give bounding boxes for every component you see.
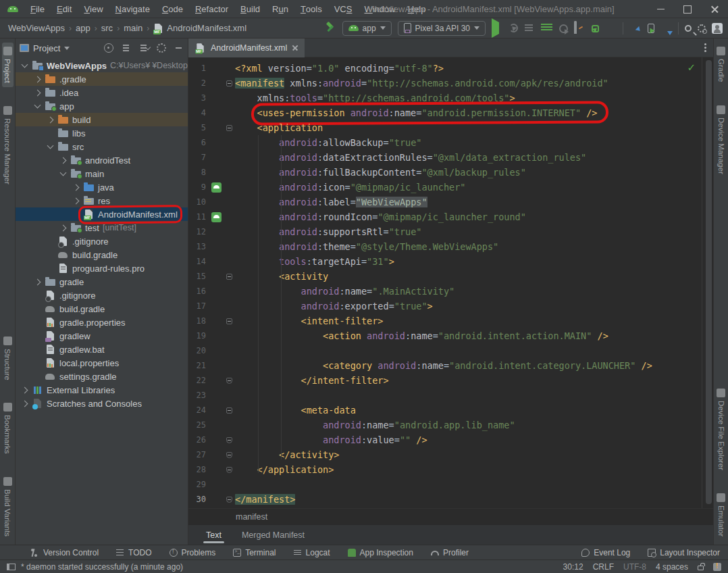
- chevron-closed-icon[interactable]: [34, 278, 41, 285]
- project-view-selector[interactable]: Project: [20, 43, 70, 53]
- breadcrumb-item[interactable]: src: [101, 23, 113, 33]
- code-line-22[interactable]: 22 </intent-filter>: [188, 373, 713, 388]
- chevron-open-icon[interactable]: [22, 61, 28, 68]
- stripe-item-emulator[interactable]: Emulator: [715, 489, 727, 541]
- fold-close[interactable]: [226, 452, 232, 458]
- code-line-6[interactable]: 6 android:allowBackup="true": [188, 135, 713, 150]
- toolwindow-layout-inspector[interactable]: Layout Inspector: [648, 548, 720, 557]
- code-line-29[interactable]: 29: [188, 477, 713, 492]
- code-editor[interactable]: 1<?xml version="1.0" encoding="utf-8"?>2…: [188, 57, 713, 508]
- chevron-closed-icon[interactable]: [60, 224, 67, 231]
- fold-open[interactable]: [226, 80, 232, 86]
- code-line-17[interactable]: 17 android:exported="true">: [188, 299, 713, 314]
- profile-avatar[interactable]: [712, 23, 723, 34]
- stripe-item-build-variants[interactable]: Build Variants: [2, 473, 14, 541]
- layout-toggle-icon[interactable]: [7, 564, 16, 570]
- indent-indicator[interactable]: 4 spaces: [656, 562, 688, 572]
- gutter-android-icon[interactable]: [209, 180, 224, 195]
- maximize-button[interactable]: [674, 0, 701, 18]
- panel-settings-icon[interactable]: [157, 43, 166, 53]
- debug-button[interactable]: [542, 22, 553, 34]
- code-line-28[interactable]: 28 </application>: [188, 462, 713, 477]
- tree-row-libs[interactable]: libs: [16, 126, 188, 140]
- build-hammer-button[interactable]: [325, 22, 336, 34]
- chevron-closed-icon[interactable]: [34, 89, 41, 96]
- tree-row-local-properties[interactable]: local.properties: [16, 356, 188, 370]
- code-line-14[interactable]: 14 tools:targetApi="31">: [188, 254, 713, 269]
- inspections-ok-icon[interactable]: ✓: [687, 61, 696, 74]
- code-line-27[interactable]: 27 </activity>: [188, 447, 713, 462]
- tree-row--gitignore[interactable]: .gitignore: [16, 234, 188, 248]
- fold-marker-icon[interactable]: [224, 120, 235, 135]
- tree-row-src[interactable]: src: [16, 140, 188, 153]
- run-config-select[interactable]: app: [342, 21, 392, 36]
- tree-row-webviewapps[interactable]: WebViewAppsC:¥Users¥¥Desktop¥: [16, 59, 188, 72]
- tree-row-java[interactable]: java: [16, 180, 188, 194]
- tree-row-test[interactable]: test[unitTest]: [16, 221, 188, 234]
- fold-open[interactable]: [226, 125, 232, 131]
- notifications-icon[interactable]: [713, 563, 721, 571]
- code-line-18[interactable]: 18 <intent-filter>: [188, 314, 713, 328]
- editor-tab-androidmanifest[interactable]: AndroidManifest.xml: [188, 39, 305, 57]
- editor-scrollbar[interactable]: [706, 60, 712, 504]
- breadcrumb-item[interactable]: app: [76, 23, 90, 33]
- tree-row-res[interactable]: res: [16, 194, 188, 207]
- stripe-item-gradle[interactable]: Gradle: [715, 43, 727, 86]
- toolwindow-version-control[interactable]: Version Control: [31, 548, 99, 557]
- caret-position[interactable]: 30:12: [563, 562, 583, 572]
- menu-build[interactable]: Build: [234, 0, 266, 18]
- attach-debugger-button[interactable]: [559, 24, 568, 33]
- menu-refactor[interactable]: Refactor: [189, 0, 234, 18]
- tree-row--gradle[interactable]: .gradle: [16, 72, 188, 86]
- apply-changes-button[interactable]: [509, 24, 518, 32]
- chevron-closed-icon[interactable]: [60, 157, 67, 164]
- menu-navigate[interactable]: Navigate: [109, 0, 156, 18]
- tree-row--idea[interactable]: .idea: [16, 86, 188, 99]
- device-select[interactable]: Pixel 3a API 30: [398, 21, 486, 36]
- toolwindow-logcat[interactable]: Logcat: [294, 548, 330, 557]
- tree-row-external-libraries[interactable]: External Libraries: [16, 383, 188, 397]
- close-button[interactable]: [701, 0, 728, 18]
- tree-row-gradle-properties[interactable]: gradle.properties: [16, 316, 188, 329]
- chevron-open-icon[interactable]: [60, 170, 67, 176]
- toolwindow-todo[interactable]: TODO: [116, 548, 151, 557]
- stripe-item-structure[interactable]: Structure: [2, 332, 14, 384]
- fold-close[interactable]: [226, 467, 232, 473]
- code-line-5[interactable]: 5 <application: [188, 120, 713, 135]
- fold-open[interactable]: [226, 407, 232, 414]
- fold-marker-icon[interactable]: [224, 269, 235, 284]
- tree-row-build-gradle[interactable]: build.gradle: [16, 248, 188, 261]
- menu-vcs[interactable]: VCS: [328, 0, 359, 18]
- locate-file-icon[interactable]: [104, 43, 113, 53]
- code-line-23[interactable]: 23: [188, 388, 713, 403]
- tree-row-build-gradle[interactable]: build.gradle: [16, 302, 188, 316]
- fold-marker-icon[interactable]: [224, 447, 235, 462]
- search-everywhere-button[interactable]: [685, 25, 692, 32]
- code-line-25[interactable]: 25 android:name="android.app.lib_name": [188, 418, 713, 432]
- expand-all-icon[interactable]: [122, 43, 131, 53]
- chevron-closed-icon[interactable]: [22, 387, 28, 393]
- fold-marker-icon[interactable]: [224, 76, 235, 91]
- run-button[interactable]: [492, 22, 503, 34]
- code-line-9[interactable]: 9 android:icon="@mipmap/ic_launcher": [188, 180, 713, 195]
- toolwindow-problems[interactable]: Problems: [170, 548, 216, 557]
- code-line-19[interactable]: 19 <action android:name="android.intent.…: [188, 328, 713, 343]
- chevron-closed-icon[interactable]: [73, 184, 80, 191]
- stripe-item-project[interactable]: Project: [2, 43, 14, 87]
- tree-row-gradle[interactable]: gradle: [16, 275, 188, 289]
- breadcrumb-file[interactable]: AndroidManifest.xml: [167, 23, 246, 33]
- fold-close[interactable]: [226, 437, 232, 443]
- tree-row-scratches-and-consoles[interactable]: Scratches and Consoles: [16, 397, 188, 410]
- chevron-closed-icon[interactable]: [22, 400, 28, 407]
- code-line-11[interactable]: 11 android:roundIcon="@mipmap/ic_launche…: [188, 209, 713, 224]
- breadcrumb-manifest[interactable]: manifest: [236, 512, 267, 522]
- fold-marker-icon[interactable]: [224, 492, 235, 507]
- code-line-24[interactable]: 24 <meta-data: [188, 403, 713, 418]
- code-line-8[interactable]: 8 android:fullBackupContent="@xml/backup…: [188, 165, 713, 180]
- stripe-item-device-manager[interactable]: Device Manager: [715, 101, 727, 178]
- chevron-closed-icon[interactable]: [47, 116, 54, 123]
- tree-row-androidtest[interactable]: androidTest: [16, 153, 188, 167]
- fold-open[interactable]: [226, 274, 232, 280]
- chevron-closed-icon[interactable]: [73, 197, 80, 204]
- chevron-closed-icon[interactable]: [34, 76, 41, 82]
